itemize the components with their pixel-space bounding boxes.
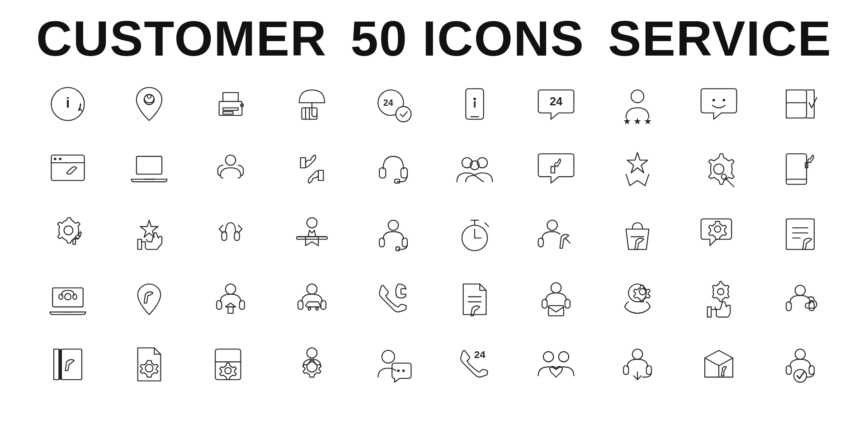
- svg-line-57: [485, 223, 489, 226]
- icon-file-gear: [113, 333, 185, 396]
- icon-person-desk: [276, 203, 348, 266]
- svg-rect-91: [786, 302, 791, 311]
- header-right: SERVICE: [608, 14, 832, 63]
- svg-rect-112: [809, 366, 814, 375]
- svg-point-13: [396, 107, 411, 122]
- icon-person-gear-map: [276, 333, 348, 396]
- svg-point-97: [225, 368, 231, 374]
- svg-point-76: [307, 284, 317, 294]
- icons-row-1: i 24 i 24 ★ ★ ★: [27, 72, 841, 136]
- svg-point-42: [64, 226, 73, 235]
- svg-rect-51: [396, 247, 400, 250]
- svg-point-19: [631, 90, 644, 103]
- svg-rect-6: [223, 112, 233, 114]
- svg-rect-31: [379, 168, 386, 178]
- icon-box-gear: [683, 333, 755, 396]
- svg-text:24: 24: [383, 98, 393, 108]
- svg-point-27: [59, 158, 61, 160]
- svg-point-16: [473, 98, 476, 100]
- icon-bag-wrench: [601, 203, 674, 266]
- svg-point-80: [316, 307, 318, 310]
- icon-chat-24: 24: [520, 72, 592, 136]
- header-left: CUSTOMER: [36, 14, 327, 63]
- svg-rect-71: [73, 294, 76, 299]
- icon-book-check: [764, 72, 836, 136]
- svg-point-95: [146, 364, 153, 372]
- svg-point-102: [402, 369, 405, 372]
- icon-timer: [439, 203, 511, 266]
- svg-rect-47: [297, 237, 327, 240]
- svg-rect-84: [542, 299, 547, 308]
- icons-row-2: [27, 137, 841, 201]
- icon-location-person: [113, 72, 185, 136]
- icon-badge-star: [601, 137, 674, 201]
- icon-gear-thumbup: [32, 203, 104, 266]
- icons-row-5: 24: [27, 333, 841, 396]
- icon-headset-home: [194, 268, 267, 331]
- icon-headset-arrow: [601, 333, 674, 396]
- svg-text:24: 24: [550, 95, 562, 108]
- svg-point-3: [147, 94, 151, 98]
- svg-point-45: [307, 217, 317, 228]
- icon-tablet-thumbup: [764, 137, 836, 201]
- svg-point-21: [712, 99, 715, 102]
- svg-point-79: [308, 307, 311, 310]
- icon-wrench-location: [113, 268, 185, 331]
- icon-headset: [357, 137, 429, 201]
- svg-rect-108: [646, 366, 651, 375]
- svg-line-60: [565, 238, 570, 243]
- svg-point-101: [397, 369, 400, 372]
- svg-rect-77: [298, 301, 303, 310]
- icon-chat-thumbup: [520, 137, 592, 201]
- icon-printer: [194, 72, 267, 136]
- icon-phone-24: 24: [439, 333, 511, 396]
- icon-headset-cart: [276, 268, 348, 331]
- svg-point-98: [307, 348, 317, 358]
- svg-rect-94: [61, 349, 82, 380]
- svg-rect-49: [379, 238, 384, 247]
- svg-point-30: [226, 155, 236, 165]
- svg-rect-40: [786, 154, 807, 184]
- icons-row-4: [27, 268, 841, 331]
- icon-umbrella-box: [276, 72, 348, 136]
- svg-point-100: [382, 350, 395, 363]
- icon-code-headset: [194, 203, 267, 266]
- icon-checklist-wrench: [764, 203, 836, 266]
- svg-rect-28: [137, 156, 162, 174]
- svg-line-38: [725, 178, 734, 187]
- svg-point-39: [722, 174, 726, 179]
- icon-book-gear: [194, 333, 267, 396]
- page-header: CUSTOMER 50 ICONS SERVICE: [0, 0, 868, 68]
- icon-stars-hand: [113, 203, 185, 266]
- icon-phone-info: i: [439, 72, 511, 136]
- svg-point-88: [639, 288, 646, 295]
- icon-info-refresh: i: [32, 72, 104, 136]
- icon-gear-wrench: [683, 137, 755, 201]
- icon-headset-mail: [520, 268, 592, 331]
- svg-point-110: [795, 349, 806, 359]
- svg-point-58: [547, 220, 557, 231]
- svg-rect-92: [809, 302, 814, 311]
- svg-rect-86: [548, 306, 564, 316]
- svg-text:24: 24: [474, 349, 486, 360]
- svg-point-83: [551, 283, 561, 293]
- svg-point-90: [795, 285, 806, 296]
- svg-rect-85: [565, 299, 570, 308]
- icon-chat-smile: [683, 72, 755, 136]
- svg-point-104: [543, 352, 554, 362]
- svg-rect-50: [402, 238, 407, 247]
- icon-people-group: [439, 137, 511, 201]
- svg-rect-75: [228, 307, 233, 313]
- svg-rect-107: [623, 366, 628, 375]
- icon-laptop: [113, 137, 185, 201]
- svg-point-37: [714, 164, 724, 175]
- svg-point-106: [632, 349, 643, 359]
- svg-rect-59: [538, 238, 543, 247]
- icon-people-heart: [520, 333, 592, 396]
- svg-text:i: i: [66, 95, 70, 111]
- icon-laptop-headset: [32, 268, 104, 331]
- icon-headset-person: [194, 137, 267, 201]
- icon-headset-check: [764, 333, 836, 396]
- icon-gear-hand: [683, 268, 755, 331]
- svg-point-113: [794, 369, 807, 382]
